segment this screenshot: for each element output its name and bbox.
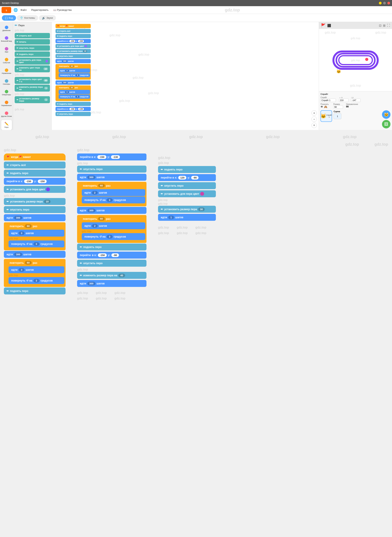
block-change-pen-size[interactable]: ✏ изменить размер пера на 1: [15, 85, 50, 92]
big-set-size[interactable]: ✏ установить размер пера 10: [4, 198, 65, 205]
close-button[interactable]: [387, 2, 390, 5]
big-s2-change-size[interactable]: ✏ изменить размер пера на 40: [77, 272, 146, 279]
menu-file[interactable]: Файл: [19, 8, 28, 12]
sm-when-flag[interactable]: 🚩 когда 🚩 нажат: [56, 24, 91, 28]
big-s2-repeat-val[interactable]: 60: [98, 184, 105, 187]
big-s2-move2[interactable]: идти 2 шагов: [82, 189, 145, 196]
sm-move3-2[interactable]: идти 3 шагов: [59, 90, 90, 94]
small-stage-button[interactable]: ⊡: [379, 24, 381, 27]
sidebar-item-control[interactable]: Управление: [1, 66, 12, 76]
sidebar-item-myblocks[interactable]: Другие блоки: [1, 109, 12, 119]
big-s2-goto2-y[interactable]: -90: [111, 253, 119, 257]
big-repeat-header[interactable]: повторить 60 раз: [7, 223, 65, 229]
sm-repeat2-val[interactable]: 60: [70, 86, 74, 89]
big-s3-set-color[interactable]: ✏ установить для пера цвет: [158, 190, 216, 197]
big-s2-move300-2-val[interactable]: 300: [87, 209, 95, 212]
sm-repeat-val[interactable]: 60: [70, 65, 74, 67]
big-move300[interactable]: идти 300 шагов: [4, 214, 65, 221]
big-turn2-val[interactable]: 3: [33, 279, 39, 283]
sm-set-color[interactable]: ✏установить для пера цвет: [56, 44, 91, 48]
language-button[interactable]: 🌐: [14, 8, 18, 12]
big-size-val[interactable]: 10: [44, 200, 51, 203]
big-when-flag[interactable]: 🚩 когда 🚩 нажат: [4, 154, 65, 160]
sprite-show-eye-button[interactable]: 👁: [321, 105, 323, 108]
sm-x-val[interactable]: -150: [69, 40, 75, 42]
sm-size-val[interactable]: 10: [83, 50, 87, 52]
big-s2-move300-3[interactable]: идти 300 шагов: [77, 280, 146, 287]
sm-y-val[interactable]: -150: [78, 40, 84, 42]
big-s2-turn2-val[interactable]: 3: [107, 235, 112, 239]
sm-pen-up2[interactable]: ✏поднять перо: [56, 102, 91, 106]
big-s3-set-size[interactable]: ✏ установить размер пера 30: [158, 206, 216, 213]
sidebar-item-looks[interactable]: Внешний вид: [1, 34, 12, 44]
pen-size-change-value[interactable]: 1: [44, 87, 48, 90]
big-turn-val[interactable]: 3: [33, 242, 39, 246]
sidebar-item-pen[interactable]: ✏️ Перо: [1, 120, 12, 130]
block-stamp[interactable]: ✏ печать: [15, 39, 50, 45]
add-backdrop-button[interactable]: 🖼: [382, 120, 391, 128]
pen-size-value[interactable]: 1: [44, 98, 48, 101]
sm-erase-all[interactable]: ✏стереть всё: [56, 29, 91, 33]
sprite-y-input[interactable]: [351, 99, 361, 102]
big-s2-pen-down[interactable]: ✏ опустить перо: [77, 166, 146, 173]
big-s2-repeat-header[interactable]: повторить 60 раз: [80, 182, 146, 189]
block-erase-all[interactable]: ✏ стереть всё: [15, 33, 50, 38]
pen-color-value[interactable]: 10: [43, 67, 48, 70]
menu-edit[interactable]: Редактировать: [29, 8, 51, 12]
sm-x2-val[interactable]: -150: [69, 108, 75, 110]
sm-pen-up[interactable]: ✏поднять перо: [56, 34, 91, 38]
big-s3-x-val[interactable]: 120: [178, 176, 186, 179]
big-move3-2[interactable]: идти 3 шагов: [9, 266, 64, 273]
big-s2-turn-val[interactable]: 3: [107, 198, 112, 202]
big-s2-turn2[interactable]: повернуть ↺ на 3 градусов: [82, 233, 145, 240]
big-s3-size-val[interactable]: 30: [198, 207, 205, 211]
block-set-pen-size[interactable]: ✏ установить размер пери 1: [15, 96, 50, 103]
big-s2-move300-3-val[interactable]: 300: [87, 282, 95, 285]
big-pen-down[interactable]: ✏ опустить перо: [4, 206, 65, 213]
big-s2-pen-down2[interactable]: ✏ опустить перо: [77, 260, 146, 267]
sidebar-item-sensing[interactable]: Сенсоры: [1, 77, 12, 87]
big-s2-goto2-x[interactable]: -150: [98, 253, 107, 257]
big-repeat-val[interactable]: 60: [25, 224, 31, 228]
sm-goto2[interactable]: перейти в x: -150 y: -130: [56, 107, 91, 111]
sprite-thumb-1[interactable]: 🐱 Спрайт 1: [321, 110, 332, 122]
fullscreen-button[interactable]: ⛶: [387, 24, 390, 27]
sm-move300-2-val[interactable]: 300: [62, 81, 67, 84]
big-repeat2-header[interactable]: повторить 60 раз: [7, 259, 65, 266]
sm-move-val[interactable]: 300: [62, 60, 67, 62]
sidebar-item-events[interactable]: События: [1, 56, 12, 66]
sm-turn2[interactable]: повернуть ↺ на 3 градусов: [59, 94, 90, 99]
zoom-reset-button[interactable]: =: [312, 123, 317, 128]
big-s3-move1[interactable]: идти 1 шагов: [158, 214, 216, 221]
zoom-in-button[interactable]: +: [312, 110, 317, 116]
sidebar-item-motion[interactable]: Движение: [1, 24, 12, 33]
big-s2-move2-val[interactable]: 2: [92, 191, 98, 195]
sprite-hide-eye-button[interactable]: 🙈: [324, 105, 327, 108]
big-s3-pen-up[interactable]: ✏ поднять перо: [158, 166, 216, 173]
big-x-val[interactable]: -150: [24, 179, 33, 183]
block-set-pen-color-n[interactable]: ✏ установить перо цвет = n 60: [15, 77, 50, 84]
scene-thumb[interactable]: 1: [334, 113, 341, 119]
sidebar-item-sound[interactable]: Звук: [1, 45, 12, 55]
block-pen-down[interactable]: ✏ опустить перо: [15, 45, 50, 51]
big-s2-move300[interactable]: идти 300 шагов: [77, 174, 146, 181]
big-pen-up2[interactable]: ✏ поднять перо: [4, 287, 65, 294]
stop-button[interactable]: ⬛: [327, 24, 331, 27]
big-s3-move-val[interactable]: 1: [168, 216, 174, 219]
pen-color-n-value[interactable]: 60: [44, 79, 48, 82]
big-s2-move2-2-val[interactable]: 2: [92, 224, 98, 228]
big-s2-turn[interactable]: повернуть ↺ на 3 градусов: [82, 197, 145, 203]
big-s2-goto[interactable]: перейти в x: -150 y: -130: [77, 154, 146, 160]
sm-move300-2[interactable]: идти 300 шагов: [56, 80, 91, 85]
tab-costumes[interactable]: 👕 Костюмы: [17, 15, 38, 21]
sm-turn2-val[interactable]: 3: [76, 95, 79, 98]
sprite-name-input[interactable]: [321, 99, 336, 102]
sm-pen-down2[interactable]: ✏опустить перо: [56, 112, 91, 116]
sprite-size-input[interactable]: [333, 105, 343, 109]
menu-help[interactable]: 📖 Руководства: [51, 8, 74, 12]
sm-turn[interactable]: повернуть ↺ на 3 градусов: [59, 73, 90, 77]
big-move-val[interactable]: 300: [14, 216, 22, 220]
big-s3-y-val[interactable]: -90: [191, 176, 199, 179]
big-turn2[interactable]: повернуть ↺ на 3 градусов: [9, 277, 64, 284]
big-move3-2-val[interactable]: 3: [19, 268, 24, 272]
